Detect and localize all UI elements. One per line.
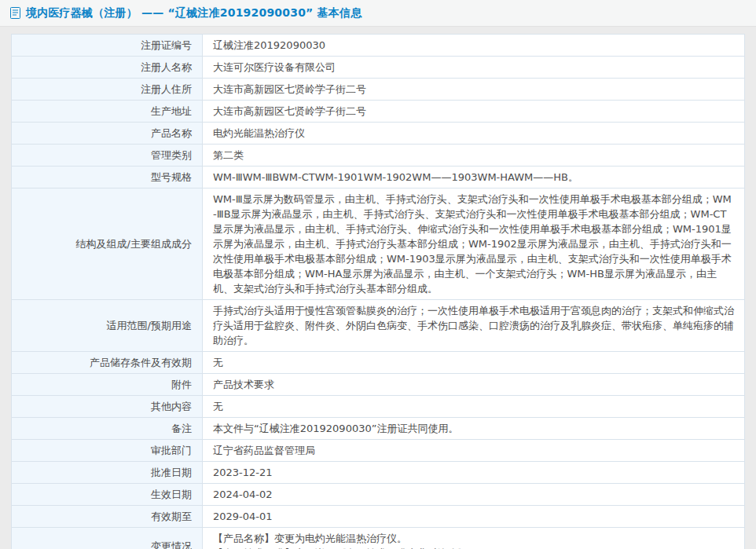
table-row: 注册人名称 大连可尔医疗设备有限公司 (12, 57, 745, 79)
row-label: 适用范围/预期用途 (12, 300, 203, 352)
row-value: 辽械注准20192090030 (203, 35, 745, 57)
table-row: 结构及组成/主要组成成分 WM-Ⅲ显示屏为数码管显示，由主机、手持式治疗头、支架… (12, 188, 745, 300)
table-row: 审批部门 辽宁省药品监督管理局 (12, 440, 745, 462)
row-value: 大连市高新园区七贤岭学子街二号 (203, 101, 745, 123)
row-value: 大连可尔医疗设备有限公司 (203, 57, 745, 79)
row-label: 管理类别 (12, 145, 203, 167)
row-value: WM-Ⅲ显示屏为数码管显示，由主机、手持式治疗头、支架式治疗头和一次性使用单极手… (203, 188, 745, 300)
table-row: 管理类别 第二类 (12, 145, 745, 167)
row-value: 无 (203, 396, 745, 418)
row-value: 本文件与“辽械注准20192090030”注册证共同使用。 (203, 418, 745, 440)
row-value: 【产品名称】变更为电灼光能温热治疗仪。 【产品技术要求】变更详见《产品技术要求变… (203, 528, 745, 549)
registration-info-table: 注册证编号 辽械注准20192090030 注册人名称 大连可尔医疗设备有限公司… (11, 34, 745, 549)
table-row: 生效日期 2024-04-02 (12, 484, 745, 506)
table-row: 产品储存条件及有效期 无 (12, 352, 745, 374)
row-label: 产品名称 (12, 123, 203, 145)
row-label: 有效期至 (12, 506, 203, 528)
table-row: 适用范围/预期用途 手持式治疗头适用于慢性宫颈管黏膜炎的治疗；一次性使用单极手术… (12, 300, 745, 352)
row-value: 第二类 (203, 145, 745, 167)
row-label: 备注 (12, 418, 203, 440)
table-row: 注册人住所 大连市高新园区七贤岭学子街二号 (12, 79, 745, 101)
row-label: 附件 (12, 374, 203, 396)
row-label: 结构及组成/主要组成成分 (12, 188, 203, 300)
row-value: WM-ⅢWM-ⅢBWM-CTWM-1901WM-1902WM——1903WM-H… (203, 167, 745, 188)
row-label: 其他内容 (12, 396, 203, 418)
row-value: 辽宁省药品监督管理局 (203, 440, 745, 462)
row-label: 生产地址 (12, 101, 203, 123)
row-label: 审批部门 (12, 440, 203, 462)
table-row: 产品名称 电灼光能温热治疗仪 (12, 123, 745, 145)
row-value: 2024-04-02 (203, 484, 745, 506)
row-value: 大连市高新园区七贤岭学子街二号 (203, 79, 745, 101)
row-label: 型号规格 (12, 167, 203, 188)
row-label: 变更情况 (12, 528, 203, 549)
row-label: 批准日期 (12, 462, 203, 484)
row-label: 注册人名称 (12, 57, 203, 79)
row-label: 产品储存条件及有效期 (12, 352, 203, 374)
row-label: 生效日期 (12, 484, 203, 506)
table-row: 变更情况 【产品名称】变更为电灼光能温热治疗仪。 【产品技术要求】变更详见《产品… (12, 528, 745, 549)
title-bar: 境内医疗器械（注册） —— “辽械注准20192090030” 基本信息 (0, 0, 756, 27)
document-icon (10, 7, 20, 19)
row-label: 注册人住所 (12, 79, 203, 101)
row-value: 产品技术要求 (203, 374, 745, 396)
row-value: 2029-04-01 (203, 506, 745, 528)
table-row: 备注 本文件与“辽械注准20192090030”注册证共同使用。 (12, 418, 745, 440)
row-label: 注册证编号 (12, 35, 203, 57)
table-row: 附件 产品技术要求 (12, 374, 745, 396)
table-row: 批准日期 2023-12-21 (12, 462, 745, 484)
row-value: 无 (203, 352, 745, 374)
row-value: 电灼光能温热治疗仪 (203, 123, 745, 145)
table-row: 其他内容 无 (12, 396, 745, 418)
table-row: 有效期至 2029-04-01 (12, 506, 745, 528)
table-row: 型号规格 WM-ⅢWM-ⅢBWM-CTWM-1901WM-1902WM——190… (12, 167, 745, 188)
row-value: 2023-12-21 (203, 462, 745, 484)
table-row: 生产地址 大连市高新园区七贤岭学子街二号 (12, 101, 745, 123)
page-title: 境内医疗器械（注册） —— “辽械注准20192090030” 基本信息 (26, 6, 361, 20)
row-value: 手持式治疗头适用于慢性宫颈管黏膜炎的治疗；一次性使用单极手术电极适用于宫颈息肉的… (203, 300, 745, 352)
table-row: 注册证编号 辽械注准20192090030 (12, 35, 745, 57)
